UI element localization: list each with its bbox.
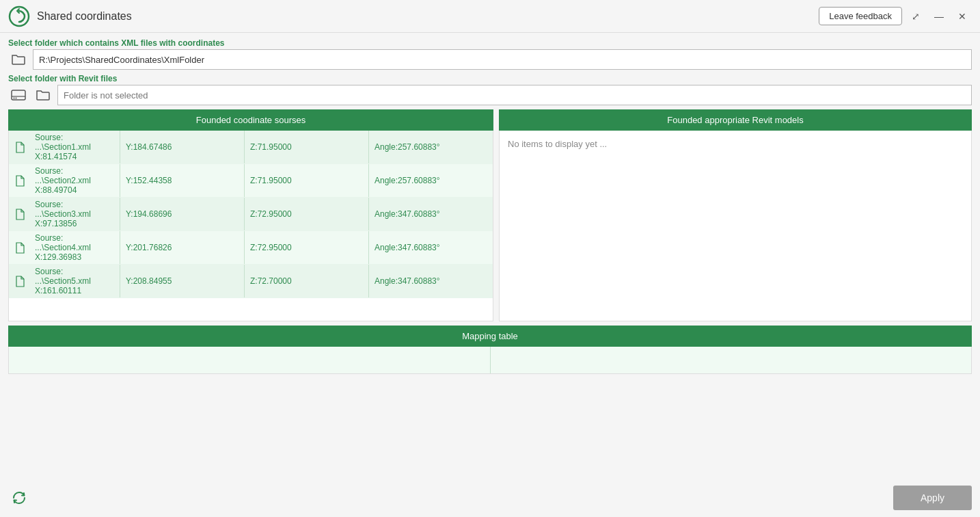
svg-point-4: [16, 98, 17, 99]
revit-folder-section: Select folder with Revit files: [8, 74, 972, 105]
mapping-table-body: [8, 347, 972, 374]
app-title: Shared coordinates: [37, 10, 819, 23]
refresh-icon: [11, 490, 27, 506]
revit-models-body: No items to display yet ...: [499, 131, 972, 321]
row-y-cell: Y:208.84955: [120, 265, 244, 297]
maximize-button[interactable]: ⤢: [906, 7, 925, 26]
bottom-bar: Apply: [0, 479, 980, 517]
row-x-value: X:161.60111: [35, 286, 115, 295]
revit-folder-label: Select folder with Revit files: [8, 74, 972, 83]
row-name-cell: Sourse: ...\Section4.xml X:129.36983: [31, 231, 120, 264]
title-bar: Shared coordinates Leave feedback ⤢ — ✕: [0, 0, 980, 33]
file-icon: [9, 231, 31, 264]
row-source-name: Sourse: ...\Section3.xml: [35, 200, 115, 219]
file-icon: [9, 131, 31, 163]
row-angle-cell: Angle:257.60883°: [368, 131, 493, 163]
hdd-icon: [11, 89, 26, 101]
mapping-col-left: [9, 347, 491, 373]
xml-folder-label: Select folder which contains XML files w…: [8, 38, 972, 48]
minimize-button[interactable]: —: [929, 7, 949, 26]
tables-area: Founded coodinate sourses Sourse: ...\Se…: [8, 109, 972, 321]
no-items-message: No items to display yet ...: [500, 131, 971, 157]
folder-icon: [12, 53, 25, 66]
table-row[interactable]: Sourse: ...\Section4.xml X:129.36983 Y:2…: [9, 231, 493, 265]
row-source-name: Sourse: ...\Section5.xml: [35, 267, 115, 286]
refresh-button[interactable]: [8, 487, 30, 509]
apply-button[interactable]: Apply: [893, 486, 972, 510]
row-angle-cell: Angle:257.60883°: [368, 164, 493, 197]
table-row[interactable]: Sourse: ...\Section3.xml X:97.13856 Y:19…: [9, 198, 493, 231]
coord-sources-header: Founded coodinate sourses: [8, 109, 493, 131]
file-icon: [9, 164, 31, 197]
row-z-cell: Z:72.95000: [244, 231, 368, 264]
row-angle-cell: Angle:347.60883°: [368, 231, 493, 264]
row-z-cell: Z:71.95000: [244, 131, 368, 163]
row-x-value: X:81.41574: [35, 152, 115, 161]
row-angle-cell: Angle:347.60883°: [368, 265, 493, 297]
revit-models-header: Founded appropriate Revit models: [499, 109, 972, 131]
content-area: Select folder which contains XML files w…: [0, 33, 980, 479]
row-name-cell: Sourse: ...\Section5.xml X:161.60111: [31, 265, 120, 297]
feedback-button[interactable]: Leave feedback: [819, 7, 902, 25]
row-x-value: X:129.36983: [35, 252, 115, 262]
coord-sources-body: Sourse: ...\Section1.xml X:81.41574 Y:18…: [8, 131, 493, 321]
folder2-icon: [36, 89, 50, 101]
xml-folder-section: Select folder which contains XML files w…: [8, 38, 972, 70]
xml-folder-icon-button[interactable]: [8, 49, 29, 70]
row-angle-cell: Angle:347.60883°: [368, 198, 493, 230]
table-row[interactable]: Sourse: ...\Section1.xml X:81.41574 Y:18…: [9, 131, 493, 164]
row-name-cell: Sourse: ...\Section2.xml X:88.49704: [31, 164, 120, 197]
file-icon: [9, 198, 31, 230]
close-button[interactable]: ✕: [953, 7, 972, 26]
row-source-name: Sourse: ...\Section2.xml: [35, 166, 115, 185]
mapping-col-right: [491, 347, 972, 373]
row-z-cell: Z:71.95000: [244, 164, 368, 197]
table-row[interactable]: Sourse: ...\Section2.xml X:88.49704 Y:15…: [9, 164, 493, 198]
row-name-cell: Sourse: ...\Section1.xml X:81.41574: [31, 131, 120, 163]
table-row[interactable]: Sourse: ...\Section5.xml X:161.60111 Y:2…: [9, 265, 493, 298]
file-icon: [9, 265, 31, 297]
row-x-value: X:97.13856: [35, 219, 115, 228]
revit-folder-input[interactable]: [57, 85, 972, 105]
row-y-cell: Y:152.44358: [120, 164, 244, 197]
row-name-cell: Sourse: ...\Section3.xml X:97.13856: [31, 198, 120, 230]
row-source-name: Sourse: ...\Section1.xml: [35, 133, 115, 152]
xml-folder-input[interactable]: [33, 49, 972, 70]
mapping-table-header: Mapping table: [8, 326, 972, 347]
row-z-cell: Z:72.95000: [244, 198, 368, 230]
row-y-cell: Y:201.76826: [120, 231, 244, 264]
row-y-cell: Y:184.67486: [120, 131, 244, 163]
revit-hdd-icon-button[interactable]: [8, 85, 29, 105]
revit-folder-input-row: [8, 85, 972, 105]
row-y-cell: Y:194.68696: [120, 198, 244, 230]
app-logo: [8, 5, 30, 27]
app-container: Shared coordinates Leave feedback ⤢ — ✕ …: [0, 0, 980, 517]
revit-models-panel: Founded appropriate Revit models No item…: [499, 109, 972, 321]
revit-folder-icon-button[interactable]: [33, 85, 53, 105]
row-source-name: Sourse: ...\Section4.xml: [35, 233, 115, 252]
row-x-value: X:88.49704: [35, 185, 115, 195]
row-z-cell: Z:72.70000: [244, 265, 368, 297]
coord-sources-panel: Founded coodinate sourses Sourse: ...\Se…: [8, 109, 493, 321]
svg-point-3: [14, 98, 15, 99]
title-bar-actions: Leave feedback ⤢ — ✕: [819, 7, 972, 26]
mapping-section: Mapping table: [8, 326, 972, 374]
xml-folder-input-row: [8, 49, 972, 70]
